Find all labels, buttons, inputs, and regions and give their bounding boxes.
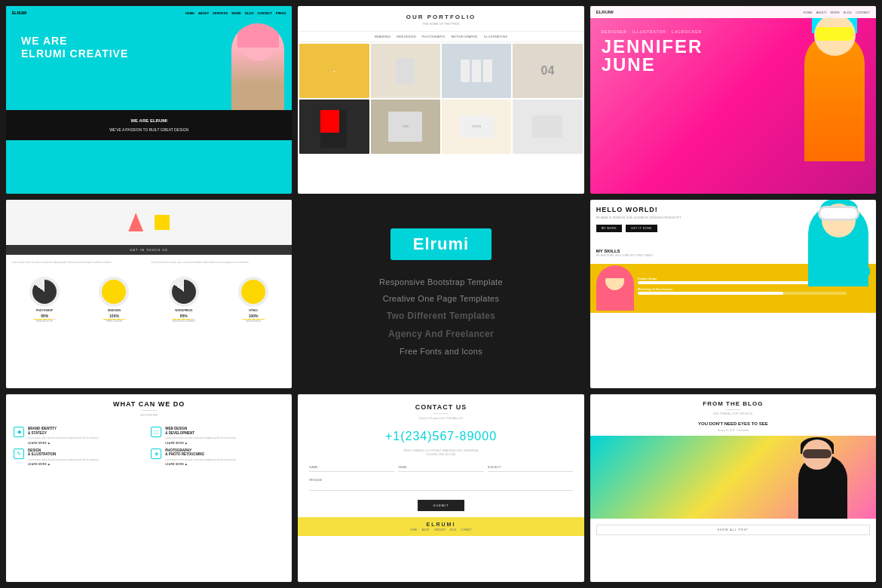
thumb1-figure <box>231 23 284 110</box>
photo-icon: ◈ <box>151 449 161 459</box>
subject-input[interactable] <box>488 463 573 472</box>
thumb4-cta-text: GET IN TOUCH US <box>6 245 292 255</box>
blog-image <box>590 436 876 519</box>
service-photo: ◈ PHOTOGRAPHY& PHOTO RETOUCHING Lorem ip… <box>151 449 284 467</box>
submit-button[interactable]: SUBMIT <box>418 500 464 511</box>
thumbnail-hello-world[interactable]: HELLO WORLD! MY NAME IS JENNIFER JUNE, A… <box>590 200 876 387</box>
thumbnail-jennifer-june[interactable]: ELRUMI HOME ABOUT WORK BLOG CONTACT DESI… <box>590 6 876 194</box>
shape-square <box>155 215 170 230</box>
center-info-panel: Elrumi Responsive Bootstrap Template Cre… <box>298 200 583 387</box>
feature-item-3: Two Different Templates <box>379 307 503 325</box>
thumbnail-elrumi-creative[interactable]: ELRUMI HOME ABOUT SERVICES WORK BLOG CON… <box>6 6 292 194</box>
thumbnail-services[interactable]: WHAT CAN WE DO GO FOR WE ◆ BRAND IDENTIT… <box>6 394 292 582</box>
feature-item-4: Agency And Freelancer <box>379 325 503 343</box>
chart-html5: HTML5 100% WEB DESIGN <box>238 277 268 323</box>
chart-indesign: INDESIGN 100% PRINT DESIGN <box>99 277 129 323</box>
show-all-posts-button[interactable]: SHOW ALL POST <box>596 525 870 535</box>
thumbnail-blog[interactable]: FROM THE BLOG SEE THEM ALL FOR OUR BLOG … <box>590 394 876 582</box>
portfolio-grid: ● 04 CARD <box>298 42 583 155</box>
service-brand: ◆ BRAND IDENTITY& STATEGY Lorem ipsum do… <box>14 427 147 445</box>
thumb3-person-figure <box>797 18 872 161</box>
blog-person-figure <box>793 439 853 519</box>
design-icon: ✎ <box>14 449 24 459</box>
thumb1-logo: ELRUMI <box>12 11 26 15</box>
shape-triangle <box>128 213 143 231</box>
thumbnail-contact[interactable]: CONTACT US Have a Project Let's Talk Abo… <box>298 394 583 582</box>
webdesign-icon: ◻ <box>151 427 161 437</box>
email-input[interactable] <box>398 463 483 472</box>
feature-item-5: Free Fonts and Icons <box>379 343 503 360</box>
contact-phone: +1(234)567-89000 <box>298 430 583 443</box>
thumbnail-skills[interactable]: GET IN TOUCH US Lorem ipsum dolor sit am… <box>6 200 292 387</box>
message-input[interactable] <box>309 476 572 491</box>
thumbnail-portfolio[interactable]: OUR PORTFOLIO THE HOME OF THE PROS BRAND… <box>298 6 583 194</box>
name-input[interactable] <box>309 463 394 472</box>
main-grid: ELRUMI HOME ABOUT SERVICES WORK BLOG CON… <box>0 0 882 588</box>
feature-list: Responsive Bootstrap Template Creative O… <box>379 274 503 360</box>
contact-form: SUBMIT <box>298 463 583 511</box>
brand-icon: ◆ <box>14 427 24 437</box>
chart-wordpress: WORDPRESS 85% WEB DEVELOPMENT <box>169 277 199 323</box>
brand-title: Elrumi <box>413 234 469 254</box>
service-design: ✎ DESIGN& ILLUSTRATION Lorem ipsum dolor… <box>14 449 147 467</box>
feature-item-1: Responsive Bootstrap Template <box>379 274 503 290</box>
chart-photoshop: PHOTOSHOP 95% WEB MOCK UP <box>29 277 60 323</box>
services-grid: ◆ BRAND IDENTITY& STATEGY Lorem ipsum do… <box>6 423 292 474</box>
service-webdesign: ◻ WEB DESIGN& DEVELOPMENT Lorem ipsum do… <box>151 427 284 445</box>
feature-item-2: Creative One Page Templates <box>379 290 503 307</box>
skills-charts: PHOTOSHOP 95% WEB MOCK UP INDESIGN 100% <box>6 271 292 329</box>
thumb6-figure <box>793 200 876 286</box>
brand-box: Elrumi <box>390 228 492 260</box>
